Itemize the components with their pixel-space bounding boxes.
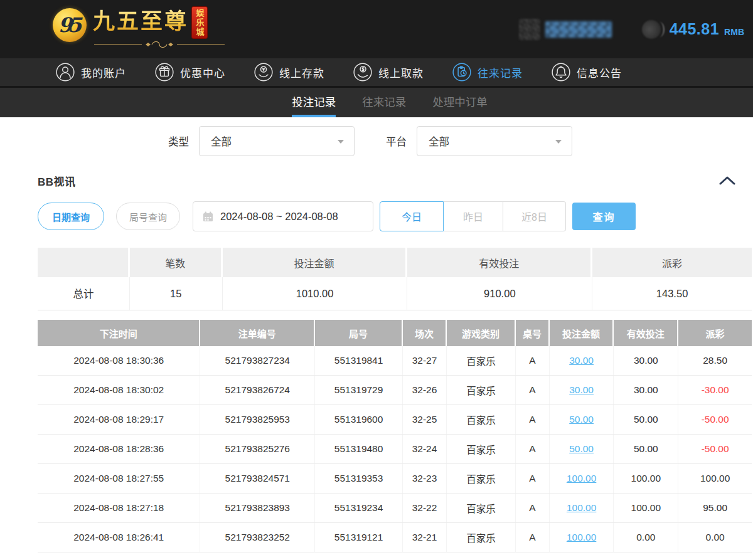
column-header: 游戏类别 (447, 320, 516, 346)
user-area: 445.81 RMB (519, 0, 744, 58)
summary-header-cell: 投注金额 (223, 248, 408, 277)
bet-amount-link[interactable]: 100.00 (567, 473, 596, 484)
bet-table-header: 下注时间 注单编号 局号 场次 游戏类别 桌号 投注金额 有效投注 派彩 (38, 320, 752, 346)
nav-label: 优惠中心 (180, 65, 225, 80)
gift-icon (154, 62, 174, 82)
table-cell: 521793825953 (200, 405, 315, 434)
bet-table-body: 2024-08-08 18:30:36521793827234551319841… (38, 346, 752, 552)
bet-amount-link[interactable]: 100.00 (567, 532, 596, 543)
nav-item-transaction-records[interactable]: 往来记录 (452, 62, 523, 82)
yesterday-button[interactable]: 昨日 (444, 201, 503, 231)
wallet-icon[interactable] (642, 20, 661, 39)
table-cell: 32-27 (403, 346, 447, 375)
table-cell: 32-22 (403, 494, 447, 522)
table-cell: 30.00 (550, 376, 614, 404)
table-row: 2024-08-08 18:26:41521793823252551319121… (38, 523, 752, 552)
date-range-value: 2024-08-08 ~ 2024-08-08 (220, 211, 338, 223)
quick-range-group: 今日 昨日 近8日 (380, 201, 566, 231)
tab-transaction-records[interactable]: 往来记录 (362, 88, 406, 117)
flourish-ornament (93, 40, 226, 49)
table-cell: 551319234 (315, 494, 403, 522)
platform-select[interactable]: 全部 (417, 126, 572, 156)
type-filter-label: 类型 (168, 134, 189, 149)
brand-name: 九五至尊 (93, 6, 188, 36)
table-cell: 2024-08-08 18:28:36 (38, 435, 200, 463)
withdraw-icon (353, 62, 373, 82)
bet-amount-link[interactable]: 30.00 (569, 384, 594, 396)
table-cell: 0.00 (678, 523, 752, 552)
table-cell: 521793823252 (200, 523, 315, 552)
nav-item-promotions[interactable]: 优惠中心 (154, 62, 225, 82)
table-cell: 28.50 (678, 346, 752, 375)
bell-icon (551, 62, 571, 82)
tab-bet-records[interactable]: 投注记录 (292, 88, 336, 117)
bet-amount-link[interactable]: 50.00 (569, 414, 594, 425)
table-cell: A (516, 464, 550, 493)
table-cell: 100.00 (550, 494, 614, 522)
search-button[interactable]: 查询 (572, 203, 636, 230)
round-query-button[interactable]: 局号查询 (116, 203, 180, 230)
nav-item-my-account[interactable]: 我的账户 (55, 62, 126, 82)
collapse-chevron-icon[interactable] (719, 176, 735, 186)
table-cell: 551319600 (315, 405, 403, 434)
bet-amount-link[interactable]: 50.00 (569, 443, 594, 455)
table-cell: 551319480 (315, 435, 403, 463)
table-cell: 32-24 (403, 435, 447, 463)
main-nav: 我的账户 优惠中心 线上存款 线上取款 往来记录 (0, 58, 753, 88)
balance-amount: 445.81 (670, 20, 719, 38)
bet-amount-link[interactable]: 30.00 (569, 355, 594, 366)
summary-header-cell: 笔数 (130, 248, 223, 277)
summary-bet-amount: 1010.00 (223, 277, 408, 310)
balance-currency: RMB (724, 27, 744, 37)
type-select[interactable]: 全部 (199, 126, 355, 156)
table-row: 2024-08-08 18:30:02521793826724551319729… (38, 376, 752, 405)
type-select-value: 全部 (211, 134, 232, 149)
table-cell: 百家乐 (447, 346, 516, 375)
summary-table: 笔数 投注金额 有效投注 派彩 总计 15 1010.00 910.00 143… (38, 248, 752, 310)
column-header: 注单编号 (200, 320, 315, 346)
table-cell: 2024-08-08 18:27:55 (38, 464, 200, 493)
filter-row: 类型 全部 平台 全部 (38, 126, 752, 156)
brand-logo[interactable]: 95 九五至尊 娱乐城 (53, 6, 226, 49)
table-cell: 百家乐 (447, 376, 516, 404)
nav-item-announcements[interactable]: 信息公告 (551, 62, 622, 82)
table-cell: 521793823893 (200, 494, 315, 522)
table-cell: 551319841 (315, 346, 403, 375)
platform-filter-label: 平台 (386, 134, 407, 149)
nav-label: 线上存款 (279, 65, 324, 80)
last-8-days-button[interactable]: 近8日 (503, 201, 566, 231)
table-cell: 0.00 (614, 523, 678, 552)
table-cell: 百家乐 (447, 435, 516, 463)
table-cell: 百家乐 (447, 523, 516, 552)
summary-valid-bet: 910.00 (407, 277, 592, 310)
table-row: 2024-08-08 18:29:17521793825953551319600… (38, 405, 752, 435)
table-cell: -50.00 (678, 435, 752, 463)
table-cell: 32-25 (403, 405, 447, 434)
today-button[interactable]: 今日 (380, 201, 444, 231)
main-content: 类型 全部 平台 全部 BB视讯 日期查询 局号查询 2 (0, 126, 753, 552)
bet-amount-link[interactable]: 100.00 (567, 502, 596, 514)
table-cell: 521793825276 (200, 435, 315, 463)
platform-select-value: 全部 (429, 134, 449, 149)
date-query-button[interactable]: 日期查询 (38, 203, 104, 230)
date-range-input[interactable]: 2024-08-08 ~ 2024-08-08 (193, 201, 373, 231)
table-cell: 100.00 (550, 464, 614, 493)
table-cell: A (516, 523, 550, 552)
table-row: 2024-08-08 18:27:55521793824571551319353… (38, 464, 752, 494)
bet-table: 下注时间 注单编号 局号 场次 游戏类别 桌号 投注金额 有效投注 派彩 202… (38, 320, 752, 552)
table-cell: 521793827234 (200, 346, 315, 375)
nav-item-online-withdrawal[interactable]: 线上取款 (353, 62, 424, 82)
query-row: 日期查询 局号查询 2024-08-08 ~ 2024-08-08 今日 昨日 … (38, 201, 752, 231)
table-cell: A (516, 405, 550, 434)
tab-processing-orders[interactable]: 处理中订单 (432, 88, 488, 117)
top-header: 95 九五至尊 娱乐城 445.81 RMB (0, 0, 753, 58)
table-cell: 2024-08-08 18:27:18 (38, 494, 200, 522)
table-cell: A (516, 376, 550, 404)
nav-item-online-deposit[interactable]: 线上存款 (254, 62, 324, 82)
avatar[interactable] (519, 19, 540, 40)
table-cell: A (516, 346, 550, 375)
column-header: 局号 (315, 320, 403, 346)
table-row: 2024-08-08 18:30:36521793827234551319841… (38, 346, 752, 376)
deposit-icon (254, 62, 274, 82)
table-cell: 95.00 (678, 494, 752, 522)
